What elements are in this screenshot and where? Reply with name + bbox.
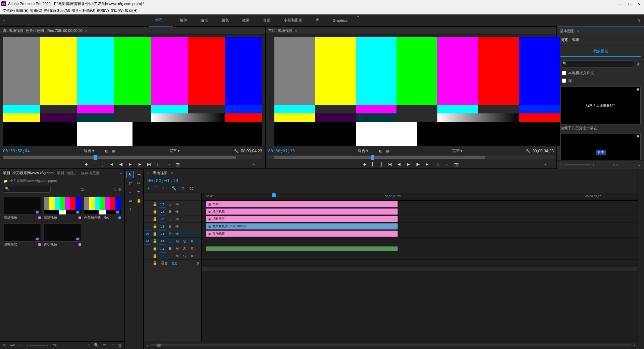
program-half-icon[interactable]: ◧ <box>379 149 382 153</box>
source-monitor-canvas[interactable] <box>3 37 262 146</box>
play-icon[interactable]: ▶ <box>129 162 131 166</box>
go-to-in-icon[interactable]: |◀ <box>388 162 392 166</box>
icon-view-icon[interactable]: ≣▾ <box>10 343 15 347</box>
sync-lock-icon[interactable]: ⊟ <box>166 245 173 252</box>
workspace-overflow[interactable]: » <box>357 14 359 27</box>
project-item[interactable]: ▦ 调整图层 <box>4 223 41 247</box>
wrench-icon[interactable]: 🔧 <box>526 149 531 153</box>
voiceover-icon[interactable]: 🎙 <box>188 252 196 259</box>
mix-value[interactable]: 0.0 <box>170 260 179 267</box>
marker-icon[interactable]: ◆ <box>363 162 366 166</box>
menu-help[interactable]: 帮助(H) <box>125 8 137 13</box>
menu-sequence[interactable]: 序列(S) <box>44 8 56 13</box>
track-target[interactable]: V3 <box>159 215 166 222</box>
timeline-clip[interactable]: ▣色条和色调 - Rec 709 [V] <box>206 223 398 230</box>
in-point-icon[interactable]: ⎡ <box>372 162 374 166</box>
project-item[interactable]: ▦ 透明视频 <box>44 223 81 247</box>
snap-icon[interactable]: ⌖ <box>147 186 150 191</box>
export-frame-icon[interactable]: 📷 <box>454 162 459 166</box>
sync-lock-icon[interactable]: ⊟ <box>166 208 173 215</box>
step-forward-icon[interactable]: |▶ <box>138 162 141 166</box>
wrench-icon[interactable]: 🔧 <box>234 149 239 153</box>
in-point-icon[interactable]: ⎡ <box>94 162 96 166</box>
timeline-clip[interactable]: ▣图形 <box>206 201 398 207</box>
marker-icon[interactable]: ◆ <box>85 162 88 166</box>
eg-browse-tab[interactable]: 浏览 <box>560 37 568 44</box>
hand-tool-icon[interactable]: ✋ <box>135 197 143 204</box>
overwrite-icon[interactable]: ▭ <box>166 162 170 166</box>
track-target[interactable]: V1 <box>159 230 166 237</box>
track-visibility-icon[interactable]: 👁 <box>173 230 181 237</box>
track-lock-icon[interactable]: 🔒 <box>151 208 159 215</box>
solo-icon[interactable]: S <box>181 245 188 252</box>
solo-icon[interactable]: S <box>181 238 188 245</box>
mute-icon[interactable]: M <box>173 252 181 259</box>
razor-tool-icon[interactable]: ✂ <box>135 180 143 187</box>
menu-edit[interactable]: 编辑(E) <box>16 8 29 13</box>
go-to-out-icon[interactable]: ▶| <box>426 162 429 166</box>
zoom-out-icon[interactable]: • <box>147 343 148 347</box>
mute-icon[interactable]: M <box>173 238 181 245</box>
voiceover-icon[interactable]: 🎙 <box>188 238 196 245</box>
timeline-ruler[interactable]: 00;00 00;00;04;23 00;00;09;23 <box>202 193 638 201</box>
workspace-color[interactable]: 颜色 <box>215 14 235 27</box>
track-lock-icon[interactable]: 🔒 <box>151 260 159 267</box>
project-tab-alt[interactable]: 项目: 动漫_1 <box>57 170 78 176</box>
delete-icon[interactable]: 🗑 <box>118 343 122 347</box>
new-bin-icon[interactable]: 🗀 <box>103 343 106 347</box>
go-to-in-icon[interactable]: |◀ <box>110 162 113 166</box>
add-button-icon[interactable]: + <box>544 162 546 166</box>
solo-icon[interactable]: S <box>181 252 188 259</box>
zoom-slider[interactable]: •• <box>26 343 49 347</box>
project-item[interactable]: ▦ 色条和色调 - Rec 709 <box>84 197 121 220</box>
track-target[interactable]: A3 <box>159 252 166 259</box>
menu-clip[interactable]: 剪辑(C) <box>30 8 42 13</box>
track-target[interactable]: V4 <box>159 208 166 215</box>
bin-icon[interactable]: 🗀 <box>80 187 84 191</box>
workspace-assembly[interactable]: 组件 <box>173 14 194 27</box>
timeline-clip[interactable]: ▣黑场视频 <box>206 231 398 237</box>
workspace-learn[interactable]: 学习≡ <box>149 14 173 27</box>
sync-lock-icon[interactable]: ⊟ <box>166 201 173 208</box>
source-zoom-dropdown[interactable]: 适合 ▾ <box>84 148 94 153</box>
menu-marker[interactable]: 标记(M) <box>57 8 70 13</box>
favorite-filter-icon[interactable]: ★ <box>636 61 641 67</box>
freeform-view-icon[interactable]: ▭ <box>19 343 22 347</box>
source-grid-icon[interactable]: ▦ <box>112 149 115 153</box>
caption-track-icon[interactable]: cc <box>190 186 194 191</box>
project-search-input[interactable] <box>4 186 51 193</box>
selection-tool-icon[interactable]: ↖ <box>126 171 134 178</box>
linked-selection-icon[interactable]: ⌒ <box>154 185 158 191</box>
quick-export-icon[interactable]: ⇪ <box>637 18 641 23</box>
source-out-timecode[interactable]: 00;00;04;23 <box>241 149 262 153</box>
timeline-clip[interactable]: ▣调整图层 <box>206 216 398 222</box>
source-resolution-dropdown[interactable]: 完整 ▾ <box>169 148 180 153</box>
extract-icon[interactable]: ▭ <box>445 162 448 166</box>
program-grid-icon[interactable]: ▦ <box>386 149 389 153</box>
panel-menu-icon[interactable]: ≡ <box>295 29 297 33</box>
panel-menu-icon[interactable]: ≡ <box>85 29 87 33</box>
add-marker-icon[interactable]: ⬚ <box>163 186 167 191</box>
timeline-h-scrollbar[interactable] <box>202 267 638 271</box>
track-lock-icon[interactable]: 🔒 <box>151 230 159 237</box>
sync-lock-icon[interactable]: ⊟ <box>166 223 173 230</box>
track-visibility-icon[interactable]: 👁 <box>173 201 181 208</box>
pen-tool-icon[interactable]: ✒ <box>135 188 143 196</box>
sort-icon[interactable]: ≡▾ <box>53 343 57 347</box>
menu-graphics[interactable]: 图形和标题(G) <box>71 8 95 13</box>
panel-menu-icon[interactable]: ≡ <box>171 171 173 175</box>
play-icon[interactable]: ▶ <box>407 162 410 166</box>
workspace-libraries[interactable]: 库 <box>309 14 326 27</box>
menu-file[interactable]: 文件(F) <box>3 8 15 13</box>
workspace-editing[interactable]: 编辑 <box>194 14 215 27</box>
audio-meter[interactable] <box>638 169 644 349</box>
source-monitor-tab[interactable]: 源: 黑场视频: 色条和色调 - Rec 709: 00;00;00;00 ≡ <box>0 27 265 35</box>
panel-menu-icon[interactable]: ≡ <box>577 29 579 33</box>
sync-lock-icon[interactable]: ⊟ <box>166 238 173 245</box>
track-lock-icon[interactable]: 🔒 <box>151 238 159 245</box>
source-half-icon[interactable]: ◧ <box>105 149 108 153</box>
track-target[interactable]: V2 <box>159 223 166 230</box>
export-frame-icon[interactable]: 📷 <box>176 162 180 166</box>
type-tool-icon[interactable]: T <box>126 206 134 213</box>
track-visibility-icon[interactable]: 👁 <box>173 215 181 222</box>
